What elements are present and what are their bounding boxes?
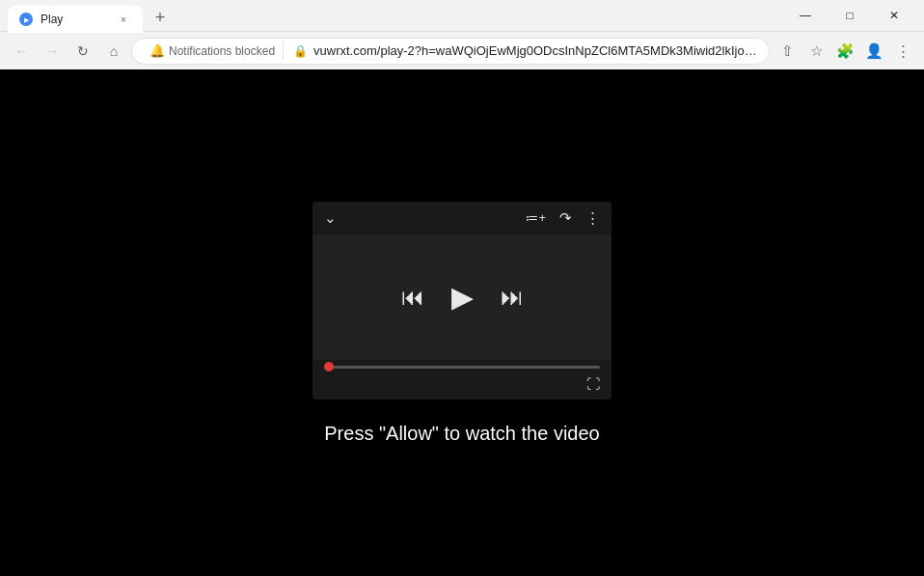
toolbar-icons: ⇧ ☆ 🧩 👤 ⋮ [774,38,916,65]
lock-icon: 🔒 [293,44,308,58]
profile-button[interactable]: 👤 [860,38,887,65]
progress-dot [324,362,334,371]
close-button[interactable]: ✕ [872,0,916,31]
bookmark-button[interactable]: ☆ [802,38,829,65]
window-controls: — □ ✕ [783,0,916,31]
player-bottom-bar: ⛶ [313,372,611,399]
fullscreen-button[interactable]: ⛶ [586,376,600,392]
share-icon[interactable]: ↷ [559,209,572,227]
prompt-text: Press "Allow" to watch the video [324,423,599,445]
queue-icon[interactable]: ≔+ [526,210,546,225]
address-bar: ← → ↻ ⌂ 🔔 Notifications blocked 🔒 vuwrxt… [0,31,924,69]
forward-button[interactable]: → [39,38,66,65]
minimize-button[interactable]: — [783,0,828,31]
player-top-bar: ⌄ ≔+ ↷ ⋮ [313,202,611,234]
new-tab-button[interactable]: + [147,4,174,31]
player-top-right: ≔+ ↷ ⋮ [526,209,600,227]
next-button[interactable]: ⏭ [501,284,524,311]
maximize-button[interactable]: □ [828,0,872,31]
notifications-blocked-indicator[interactable]: 🔔 Notifications blocked [142,41,284,60]
address-input[interactable]: 🔔 Notifications blocked 🔒 vuwrxt.com/pla… [131,38,770,65]
previous-button[interactable]: ⏮ [401,284,424,311]
bell-icon: 🔔 [149,43,165,58]
chevron-down-icon[interactable]: ⌄ [324,209,337,227]
play-button[interactable]: ▶ [451,280,474,314]
player-progress[interactable] [313,360,611,372]
url-display: vuwrxt.com/play-2?h=waWQiOjEwMjg0ODcsInN… [313,43,759,58]
player-screen: ⏮ ▶ ⏭ [313,234,611,360]
title-bar: ▶ Play × + — □ ✕ [0,0,924,31]
menu-button[interactable]: ⋮ [889,38,916,65]
share-button[interactable]: ⇧ [774,38,801,65]
back-button[interactable]: ← [8,38,35,65]
home-button[interactable]: ⌂ [100,38,127,65]
tab-title: Play [41,13,108,26]
tab-favicon: ▶ [19,13,33,26]
video-player: ⌄ ≔+ ↷ ⋮ ⏮ ▶ ⏭ ⛶ [313,202,611,399]
active-tab[interactable]: ▶ Play × [8,6,143,33]
player-top-left: ⌄ [324,209,337,227]
refresh-button[interactable]: ↻ [69,38,96,65]
page-content: ⌄ ≔+ ↷ ⋮ ⏮ ▶ ⏭ ⛶ Press "Allow" to watch … [0,69,924,576]
tab-close-button[interactable]: × [116,12,131,27]
more-options-icon[interactable]: ⋮ [585,209,600,227]
notifications-blocked-label: Notifications blocked [169,44,275,58]
progress-track[interactable] [324,366,600,369]
tab-area: ▶ Play × + [8,0,783,31]
extensions-button[interactable]: 🧩 [831,38,858,65]
